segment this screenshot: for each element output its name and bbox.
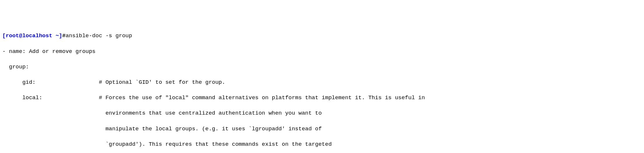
prompt-hash: # <box>62 33 65 39</box>
prompt-user-host: [root@localhost ~] <box>2 33 62 39</box>
output-line: gid: # Optional `GID' to set for the gro… <box>2 79 642 86</box>
output-line: manipulate the local groups. (e.g. it us… <box>2 125 642 133</box>
output-line: `groupadd'). This requires that these co… <box>2 140 642 148</box>
output-line: environments that use centralized authen… <box>2 109 642 117</box>
output-line: - name: Add or remove groups <box>2 48 642 56</box>
output-line: group: <box>2 63 642 71</box>
terminal-output[interactable]: [root@localhost ~]#ansible-doc -s group … <box>2 32 642 153</box>
output-line: local: # Forces the use of "local" comma… <box>2 94 642 102</box>
typed-command: ansible-doc -s group <box>66 33 132 39</box>
